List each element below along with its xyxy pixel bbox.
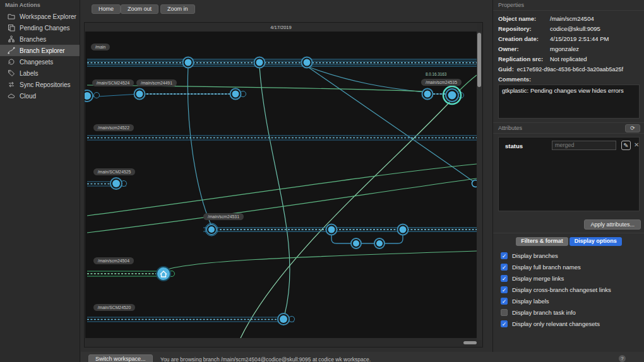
branch-label: /main xyxy=(91,44,110,50)
attribute-value-input[interactable] xyxy=(552,141,616,150)
property-value: mgonzalez xyxy=(550,45,579,52)
sidebar-item-workspace-explorer[interactable]: Workspace Explorer xyxy=(0,11,80,22)
branch-label: /main/scm24522 xyxy=(93,124,134,131)
sidebar-item-label: Branch Explorer xyxy=(20,47,65,54)
changeset-node[interactable] xyxy=(110,178,122,189)
checkbox-label: Display merge links xyxy=(512,275,564,282)
branch-diagram[interactable]: 4/17/2019 xyxy=(85,23,477,347)
sidebar-item-label: Sync Repositories xyxy=(20,81,71,88)
checkbox-display-only-relevant-changesets[interactable]: ✓ Display only relevant changesets xyxy=(501,320,600,327)
checkbox-icon[interactable]: ✓ xyxy=(501,286,508,293)
checkbox-icon[interactable]: ✓ xyxy=(501,320,508,327)
checkbox-display-branch-task-info[interactable]: ✓ Display branch task info xyxy=(501,308,576,316)
switch-workspace-button[interactable]: Switch workspace... xyxy=(88,354,153,362)
changeset-node[interactable] xyxy=(134,89,145,100)
remove-attribute-icon[interactable]: ✕ xyxy=(634,141,639,148)
svg-text:/main/SCM24524: /main/SCM24524 xyxy=(97,81,130,85)
edit-attribute-icon[interactable]: ✎ xyxy=(621,141,631,150)
help-icon[interactable]: ? xyxy=(619,355,626,362)
svg-text:/main/scm24491: /main/scm24491 xyxy=(141,81,172,85)
vscroll-thumb[interactable] xyxy=(477,33,481,87)
checkbox-display-cross-branch-links[interactable]: ✓ Display cross-branch changeset links xyxy=(501,286,611,293)
vscroll-track[interactable] xyxy=(477,32,482,340)
cloud-icon xyxy=(8,92,15,100)
checkbox-label: Display only relevant changesets xyxy=(512,320,600,327)
branch-label: /main/SCM24520 xyxy=(93,304,135,311)
changeset-node[interactable] xyxy=(351,238,361,248)
property-value: codice@skull:9095 xyxy=(550,25,600,32)
status-text: You are browsing branch /main/scm24504@c… xyxy=(160,356,371,362)
status-bar: Switch workspace... You are browsing bra… xyxy=(81,352,644,362)
sync-icon xyxy=(8,81,15,88)
apply-attributes-button[interactable]: Apply attributes... xyxy=(584,219,641,230)
checkbox-icon[interactable]: ✓ xyxy=(501,275,508,282)
checkbox-display-labels[interactable]: ✓ Display labels xyxy=(501,297,549,305)
tab-display-options[interactable]: Display options xyxy=(569,237,622,246)
svg-text:/main: /main xyxy=(95,45,106,49)
hscroll-track[interactable] xyxy=(85,338,477,347)
selected-changeset-node[interactable] xyxy=(443,86,461,104)
branch-label: /main/scm24504 xyxy=(93,257,134,264)
zoom-in-button[interactable]: Zoom in xyxy=(160,4,195,14)
sidebar-item-label: Branches xyxy=(20,36,46,43)
workspace-home-node[interactable] xyxy=(157,267,170,281)
property-row-replication-src: Replication src: Not replicated xyxy=(493,54,644,64)
property-label: Guid: xyxy=(498,66,514,73)
changeset-node[interactable] xyxy=(398,225,408,235)
sidebar-item-label: Labels xyxy=(20,70,38,77)
tab-filters-format[interactable]: Filters & format xyxy=(516,237,568,246)
svg-text:/main/SCM24525: /main/SCM24525 xyxy=(98,170,131,174)
sidebar-item-label: Changesets xyxy=(20,59,53,66)
comments-label-row: Comments: xyxy=(493,74,644,83)
changeset-node[interactable] xyxy=(183,57,194,68)
branches-icon xyxy=(8,35,15,43)
checkbox-display-full-branch-names[interactable]: ✓ Display full branch names xyxy=(501,263,581,271)
property-value: Not replicated xyxy=(550,55,587,62)
changeset-node[interactable] xyxy=(326,225,337,235)
changeset-node[interactable] xyxy=(205,223,218,236)
checkbox-icon[interactable]: ✓ xyxy=(501,298,508,305)
changeset-node[interactable] xyxy=(254,57,265,68)
property-row-owner: Owner: mgonzalez xyxy=(493,44,644,54)
hscroll-thumb[interactable] xyxy=(463,341,477,344)
svg-text:/main/scm24504: /main/scm24504 xyxy=(98,259,129,263)
sidebar-item-cloud[interactable]: Cloud xyxy=(0,90,80,102)
changeset-node[interactable] xyxy=(422,89,433,100)
branch-label: /main/SCM24525 xyxy=(93,168,135,175)
comments-box[interactable]: gtkplastic: Pending changes view hides e… xyxy=(498,85,640,119)
sidebar-item-branches[interactable]: Branches xyxy=(0,33,80,45)
properties-title: Properties xyxy=(493,0,644,11)
changesets-icon xyxy=(8,58,15,66)
changeset-node[interactable] xyxy=(278,313,289,325)
checkbox-label: Display full branch names xyxy=(512,264,581,271)
refresh-icon[interactable]: ⟳ xyxy=(625,124,640,132)
property-label: Repository: xyxy=(498,25,550,32)
checkbox-display-merge-links[interactable]: ✓ Display merge links xyxy=(501,274,564,282)
sidebar-item-branch-explorer[interactable]: Branch Explorer xyxy=(0,45,80,56)
diagram-background xyxy=(85,32,477,338)
home-button[interactable]: Home xyxy=(92,4,121,14)
sidebar-item-labels[interactable]: Labels xyxy=(0,67,80,79)
sidebar-item-changesets[interactable]: Changesets xyxy=(0,56,80,67)
date-header-label: 4/17/2019 xyxy=(270,25,291,30)
changeset-node[interactable] xyxy=(85,90,93,102)
checkbox-label: Display branch task info xyxy=(512,309,576,316)
sidebar-item-sync-repositories[interactable]: Sync Repositories xyxy=(0,79,80,90)
tag-icon xyxy=(8,69,15,77)
checkbox-display-branches[interactable]: ✓ Display branches xyxy=(501,252,558,259)
checkbox-icon[interactable]: ✓ xyxy=(501,264,508,271)
checkbox-icon[interactable]: ✓ xyxy=(501,252,508,259)
changeset-node[interactable] xyxy=(374,238,385,248)
branch-explorer-canvas[interactable]: 4/17/2019 xyxy=(84,22,483,347)
sidebar-header: Main Actions xyxy=(0,0,80,11)
changeset-node[interactable] xyxy=(302,57,313,68)
zoom-out-button[interactable]: Zoom out xyxy=(121,4,158,14)
svg-text:/main/scm24531: /main/scm24531 xyxy=(208,214,239,219)
checkbox-label: Display cross-branch changeset links xyxy=(512,286,611,293)
checkbox-icon[interactable]: ✓ xyxy=(501,309,508,316)
svg-text:/main/scm24535: /main/scm24535 xyxy=(426,80,457,85)
changeset-node[interactable] xyxy=(230,89,241,100)
comments-text: gtkplastic: Pending changes view hides e… xyxy=(502,87,624,94)
properties-panel: Properties Object name: /main/scm24504 R… xyxy=(492,0,644,362)
sidebar-item-pending-changes[interactable]: Pending Changes xyxy=(0,22,80,33)
